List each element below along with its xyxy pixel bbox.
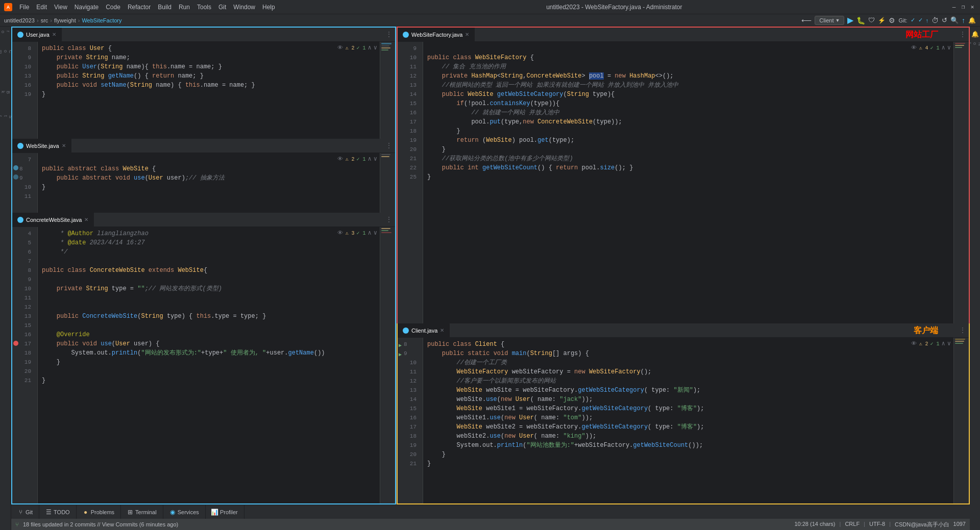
g12: 12 [398, 71, 419, 81]
eye-icon3[interactable]: 👁 [337, 230, 343, 236]
more-run-button[interactable]: ⚡ [878, 17, 886, 24]
tab-menu-website[interactable]: ⋮ [383, 139, 395, 153]
wsf-code[interactable]: public class WebSiteFactory { // 集合 充当池的… [423, 42, 953, 323]
tab-client[interactable]: Client.java ✕ [398, 323, 450, 337]
update-icon[interactable]: ↑ [962, 16, 965, 24]
maximize-button[interactable]: ❐ [960, 4, 967, 11]
breadcrumb-package[interactable]: flyweight [54, 17, 76, 23]
code-line: } [42, 358, 380, 367]
menu-run[interactable]: Run [176, 3, 193, 12]
concrete-tab-close[interactable]: ✕ [84, 217, 88, 222]
tab-concrete[interactable]: ConcreteWebSite.java ✕ [12, 213, 94, 226]
breadcrumb-src[interactable]: src [41, 17, 48, 23]
bottom-tab-problems[interactable]: ● Problems [77, 505, 121, 519]
run-config-selector[interactable]: Client▼ [815, 16, 844, 25]
code-line: public String getName() { return name; } [42, 71, 380, 81]
menu-edit[interactable]: Edit [33, 3, 50, 12]
notification-icon[interactable]: 🔔 [968, 17, 976, 24]
close-button[interactable]: ✕ [969, 4, 976, 11]
code-line: public class Client { [427, 340, 953, 349]
bottom-tab-todo[interactable]: ☰ TODO [39, 505, 77, 519]
menu-bar[interactable]: File Edit View Navigate Code Refactor Bu… [16, 3, 278, 12]
menu-view[interactable]: View [51, 3, 70, 12]
tab-user-java[interactable]: User.java ✕ [12, 28, 62, 41]
g16: 16 [398, 108, 419, 117]
menu-navigate[interactable]: Navigate [71, 3, 102, 12]
nav-up4[interactable]: ∧ [942, 44, 945, 52]
services-tab-icon: ◉ [169, 509, 176, 515]
nav-up5[interactable]: ∧ [942, 340, 945, 347]
eye-icon[interactable]: 👁 [337, 44, 343, 51]
nav-up[interactable]: ∧ [368, 44, 372, 52]
breadcrumb-project[interactable]: untitled2023 [4, 17, 35, 23]
menu-help[interactable]: Help [259, 3, 278, 12]
code-line: //创建一个工厂类 [427, 358, 953, 367]
bottom-tab-profiler[interactable]: 📊 Profiler [206, 505, 244, 519]
gutter-9: 9 [12, 173, 33, 183]
bottom-tab-services[interactable]: ◉ Services [163, 505, 206, 519]
nav-down3[interactable]: ∨ [374, 229, 377, 237]
tab-menu-user[interactable]: ⋮ [383, 28, 395, 41]
menu-file[interactable]: File [16, 3, 32, 12]
client-code[interactable]: public class Client { public static void… [423, 338, 953, 503]
gutter-13: 13 [12, 71, 33, 81]
tab-wsf[interactable]: WebSiteFactory.java ✕ [398, 28, 475, 41]
git-arrow-up[interactable]: ↑ [926, 17, 929, 23]
g21: 21 [398, 154, 419, 163]
code-line: public abstract class WebSite { [42, 164, 380, 173]
warning-count5: ⚠ 2 [919, 341, 928, 347]
g16: 16 [398, 413, 419, 422]
debug-button[interactable]: 🐛 [856, 16, 865, 24]
client-tab-close[interactable]: ✕ [440, 327, 444, 333]
menu-code[interactable]: Code [103, 3, 124, 12]
nav-up3[interactable]: ∧ [368, 229, 372, 237]
website-java-code[interactable]: public abstract class WebSite { public a… [38, 153, 380, 213]
tab-menu-wsf[interactable]: ⋮ [957, 28, 969, 41]
window-controls[interactable]: — ❐ ✕ [950, 4, 976, 11]
menu-refactor[interactable]: Refactor [125, 3, 154, 12]
notifications-icon[interactable]: 🔔 [971, 31, 979, 38]
settings-button[interactable]: ⚙ [889, 16, 895, 24]
undo-icon[interactable]: ↺ [942, 16, 947, 24]
wsf-tab-close[interactable]: ✕ [465, 32, 469, 37]
run-button[interactable]: ▶ [847, 15, 853, 25]
menu-tools[interactable]: Tools [194, 3, 214, 12]
website-java-tab-close[interactable]: ✕ [62, 143, 66, 148]
coverage-button[interactable]: 🛡 [868, 16, 875, 24]
git-check-icon[interactable]: ✓ [911, 17, 915, 23]
profiler-tab-icon: 📊 [212, 509, 218, 515]
menu-window[interactable]: Window [230, 3, 258, 12]
history-icon[interactable]: ⏱ [932, 16, 939, 24]
tab-menu-concrete[interactable]: ⋮ [383, 213, 395, 226]
breadcrumb-class[interactable]: WebSiteFactory [82, 17, 121, 23]
minimize-button[interactable]: — [950, 4, 958, 11]
user-java-tab-close[interactable]: ✕ [52, 32, 56, 37]
bottom-tab-terminal[interactable]: ⊞ Terminal [121, 505, 163, 519]
eye-icon2[interactable]: 👁 [337, 156, 343, 162]
code-line: public class ConcreteWebSite extends Web… [42, 266, 380, 275]
menu-git[interactable]: Git [215, 3, 229, 12]
bottom-tab-git[interactable]: ⑂ Git [11, 505, 39, 519]
eye-icon5[interactable]: 👁 [911, 340, 917, 347]
menu-build[interactable]: Build [155, 3, 175, 12]
code-line: WebSiteFactory webSiteFactory = new WebS… [427, 367, 953, 376]
eye-icon4[interactable]: 👁 [911, 44, 917, 51]
nav-down[interactable]: ∨ [374, 44, 377, 52]
problems-tab-label: Problems [91, 509, 114, 515]
g19: 19 [398, 441, 419, 450]
code-line [42, 192, 380, 201]
tab-menu-client[interactable]: ⋮ [957, 323, 969, 337]
git-push-icon[interactable]: ✓ [918, 17, 923, 23]
nav-down2[interactable]: ∨ [374, 155, 377, 163]
concrete-code[interactable]: * @Author liangliangzhao * @date 2023/4/… [38, 227, 380, 503]
tab-website-java[interactable]: WebSite.java ✕ [12, 139, 71, 153]
code-line: public WebSite getWebSiteCategory(String… [427, 90, 953, 99]
g4: 4 [12, 229, 33, 238]
search-icon[interactable]: 🔍 [950, 16, 959, 24]
nav-up2[interactable]: ∧ [368, 155, 372, 163]
user-java-code[interactable]: public class User { private String name;… [38, 42, 380, 139]
vcs-icon[interactable]: ⟵ [801, 16, 812, 24]
bookmarks-icon[interactable]: Bk [1, 91, 11, 94]
nav-down4[interactable]: ∨ [947, 44, 951, 52]
nav-down5[interactable]: ∨ [947, 340, 951, 347]
